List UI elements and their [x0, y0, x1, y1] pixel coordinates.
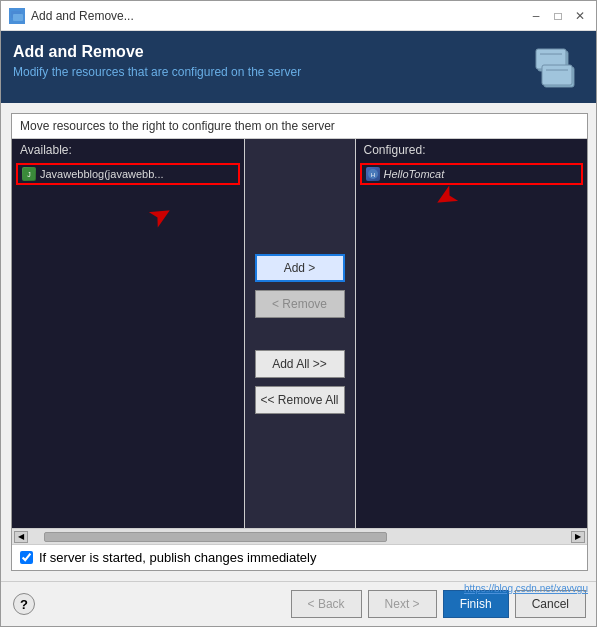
item-icon: J [22, 167, 36, 181]
configured-item[interactable]: H HelloTomcat [362, 165, 582, 183]
finish-button[interactable]: Finish [443, 590, 509, 618]
maximize-button[interactable]: □ [548, 6, 568, 26]
window-title: Add and Remove... [31, 9, 134, 23]
header-icon [534, 43, 582, 91]
scroll-right[interactable]: ▶ [571, 531, 585, 543]
minimize-button[interactable]: – [526, 6, 546, 26]
publish-checkbox[interactable] [20, 551, 33, 564]
url-watermark: https://blog.csdn.net/xavvgu [464, 583, 588, 594]
footer-left: ? [13, 593, 35, 615]
back-button[interactable]: < Back [291, 590, 362, 618]
titlebar: Add and Remove... – □ ✕ [1, 1, 597, 31]
svg-rect-1 [13, 14, 23, 21]
header-text: Add and Remove Modify the resources that… [13, 43, 301, 79]
next-button[interactable]: Next > [368, 590, 437, 618]
available-header: Available: [12, 139, 244, 161]
configured-item-name: HelloTomcat [384, 168, 445, 180]
configured-item-icon: H [366, 167, 380, 181]
dialog-title: Add and Remove [13, 43, 301, 61]
dialog-subtitle: Modify the resources that are configured… [13, 65, 301, 79]
available-list[interactable]: J Javawebblog(javawebb... [12, 161, 244, 528]
checkbox-label: If server is started, publish changes im… [39, 550, 316, 565]
svg-text:J: J [27, 171, 31, 178]
configured-list[interactable]: H HelloTomcat [356, 161, 588, 528]
help-button[interactable]: ? [13, 593, 35, 615]
svg-text:H: H [370, 172, 374, 178]
window-controls: – □ ✕ [526, 6, 590, 26]
close-button[interactable]: ✕ [570, 6, 590, 26]
remove-all-button[interactable]: << Remove All [255, 386, 345, 414]
configured-header: Configured: [356, 139, 588, 161]
available-item-name: Javawebblog(javawebb... [40, 168, 164, 180]
scroll-thumb[interactable] [44, 532, 387, 542]
checkbox-area: If server is started, publish changes im… [12, 544, 587, 570]
resources-body: Available: J Javawebblog(javawebb... [12, 139, 587, 528]
footer-right: < Back Next > Finish Cancel [291, 590, 586, 618]
instruction-text: Move resources to the right to configure… [12, 114, 587, 139]
resources-panel: Move resources to the right to configure… [11, 113, 588, 571]
svg-rect-6 [542, 65, 572, 85]
app-icon [9, 8, 25, 24]
available-panel: Available: J Javawebblog(javawebb... [12, 139, 245, 528]
available-item[interactable]: J Javawebblog(javawebb... [18, 165, 238, 183]
remove-button[interactable]: < Remove [255, 290, 345, 318]
add-all-button[interactable]: Add All >> [255, 350, 345, 378]
add-button[interactable]: Add > [255, 254, 345, 282]
main-content: Move resources to the right to configure… [1, 103, 597, 581]
cancel-button[interactable]: Cancel [515, 590, 586, 618]
configured-panel: Configured: H HelloTomcat [355, 139, 588, 528]
action-buttons-panel: Add > < Remove Add All >> << Remove All [245, 139, 355, 528]
dialog-header: Add and Remove Modify the resources that… [1, 31, 597, 103]
scroll-left[interactable]: ◀ [14, 531, 28, 543]
horizontal-scrollbar[interactable]: ◀ ▶ [12, 528, 587, 544]
